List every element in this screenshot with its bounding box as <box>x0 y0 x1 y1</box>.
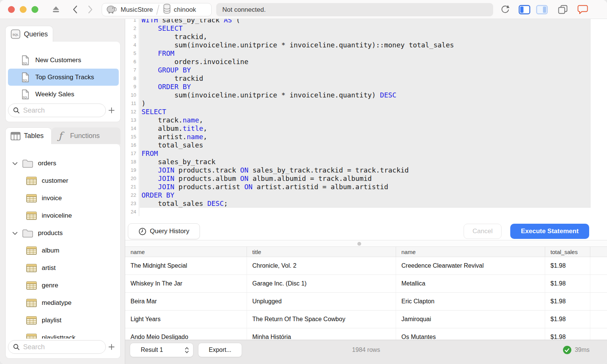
schema-tree: orders customer invoice <box>6 155 120 347</box>
table-cell: Metallica <box>396 275 545 292</box>
back-button[interactable] <box>71 0 80 19</box>
query-name: New Customers <box>35 56 81 64</box>
schema-folder-name: products <box>38 229 63 237</box>
schema-table-row[interactable]: mediatype <box>6 294 120 312</box>
svg-text:SQL: SQL <box>13 33 19 36</box>
table-cell: Os Mutantes <box>396 328 545 340</box>
breadcrumb-separator-icon <box>155 4 160 16</box>
results-column-header[interactable]: name <box>125 247 247 257</box>
query-list-item[interactable]: SQL Top Grossing Tracks <box>8 69 119 86</box>
sidebar: SQL Queries SQL New Customers SQL Top Gr… <box>0 19 125 364</box>
feedback-bubble-icon[interactable] <box>577 0 589 19</box>
minimize-window-button[interactable] <box>20 6 27 13</box>
sql-file-icon: SQL <box>22 89 29 99</box>
results-column-header[interactable]: title <box>247 247 396 257</box>
table-row[interactable]: Whiskey In The JarGarage Inc. (Disc 1)Me… <box>125 275 607 293</box>
stepper-chevrons-icon <box>184 346 189 354</box>
breadcrumb-database-label: chinook <box>174 6 196 14</box>
execute-statement-button[interactable]: Execute Statement <box>510 224 589 239</box>
table-icon <box>26 246 37 255</box>
add-table-button[interactable] <box>106 340 117 354</box>
sql-editor[interactable]: 123456789101112131415161718192021222324 … <box>125 0 607 222</box>
table-row[interactable]: The Midnight SpecialChronicle, Vol. 2Cre… <box>125 257 607 275</box>
forward-button[interactable] <box>86 0 95 19</box>
chevron-down-icon <box>13 162 17 165</box>
svg-text:SQL: SQL <box>23 78 28 82</box>
query-list-item[interactable]: SQL New Customers <box>8 52 119 69</box>
table-row[interactable]: Beira MarUnpluggedEric Clapton$1.98 <box>125 293 607 311</box>
query-name: Weekly Sales <box>35 91 74 98</box>
schema-table-name: genre <box>42 282 58 289</box>
query-list: SQL New Customers SQL Top Grossing Track… <box>8 52 119 103</box>
svg-text:SQL: SQL <box>23 96 28 99</box>
search-icon <box>13 107 20 114</box>
result-selector[interactable]: Result 1 <box>130 343 193 357</box>
table-icon <box>26 316 37 325</box>
tab-functions-label: Functions <box>70 132 100 140</box>
tab-tables[interactable]: Tables <box>5 127 52 144</box>
queries-search-placeholder: Search <box>23 107 45 115</box>
schema-search-input[interactable]: Search <box>8 340 106 354</box>
sql-code-area[interactable]: WITH sales_by_track AS ( SELECT trackid,… <box>140 16 607 216</box>
schema-table-row[interactable]: genre <box>6 277 120 294</box>
windows-button[interactable] <box>557 0 568 19</box>
table-row[interactable]: Ando Meio DesligadoMinha HistóriaOs Muta… <box>125 328 607 340</box>
schema-table-row[interactable]: customer <box>6 172 120 190</box>
table-cell: Ando Meio Desligado <box>125 328 247 340</box>
connection-status: Not connected. <box>216 3 493 16</box>
breadcrumb-database[interactable]: chinook <box>163 3 196 16</box>
table-cell <box>590 257 607 275</box>
zoom-window-button[interactable] <box>31 6 38 13</box>
toggle-right-sidebar-button[interactable] <box>536 0 548 19</box>
query-history-button[interactable]: Query History <box>128 223 200 239</box>
table-icon <box>26 264 37 272</box>
plus-icon <box>108 107 115 114</box>
sql-badge-icon: SQL <box>11 29 20 39</box>
plus-icon <box>108 344 115 350</box>
editor-action-row: Query History Cancel Execute Statement <box>125 222 607 240</box>
splitter-handle-icon[interactable] <box>357 242 361 246</box>
schema-table-row[interactable]: album <box>6 242 120 259</box>
add-query-button[interactable] <box>106 104 117 117</box>
queries-search-input[interactable]: Search <box>8 104 106 117</box>
schema-folder-row[interactable]: products <box>6 224 120 242</box>
query-list-item[interactable]: SQL Weekly Sales <box>8 86 119 103</box>
table-cell <box>590 293 607 310</box>
close-window-button[interactable] <box>8 6 15 13</box>
cancel-button[interactable]: Cancel <box>464 224 502 239</box>
tab-functions[interactable]: ƒ Functions <box>52 127 121 144</box>
chevron-down-icon <box>13 232 17 235</box>
refresh-button[interactable] <box>499 0 511 19</box>
tab-queries[interactable]: SQL Queries <box>5 26 53 42</box>
table-row[interactable]: Light YearsThe Return Of The Space Cowbo… <box>125 311 607 328</box>
schema-table-name: artist <box>42 264 56 272</box>
results-column-header[interactable] <box>590 247 607 257</box>
schema-table-row[interactable]: playlist <box>6 312 120 329</box>
sql-file-icon: SQL <box>22 55 29 65</box>
execute-statement-label: Execute Statement <box>521 228 579 235</box>
table-icon <box>26 177 37 185</box>
breadcrumb-connection[interactable]: MusicStore <box>106 4 153 16</box>
table-cell <box>590 275 607 292</box>
table-cell: Garage Inc. (Disc 1) <box>247 275 396 292</box>
table-cell: Beira Mar <box>125 293 247 310</box>
export-button[interactable]: Export... <box>198 343 242 357</box>
table-cell: The Return Of The Space Cowboy <box>247 311 396 328</box>
table-cell: Light Years <box>125 311 247 328</box>
schema-table-row[interactable]: invoice <box>6 190 120 207</box>
schema-table-row[interactable]: invoiceline <box>6 207 120 224</box>
results-column-header[interactable]: name <box>396 247 545 257</box>
results-column-header[interactable]: total_sales <box>545 247 590 257</box>
breadcrumb: MusicStore chinook <box>102 3 212 16</box>
cancel-label: Cancel <box>473 228 493 235</box>
eject-icon[interactable] <box>51 0 61 19</box>
schema-table-row[interactable]: artist <box>6 259 120 277</box>
functions-icon: ƒ <box>58 131 62 141</box>
query-history-label: Query History <box>150 228 189 235</box>
table-icon <box>26 194 37 202</box>
schema-table-name: playlist <box>42 317 61 324</box>
schema-table-name: customer <box>42 177 68 185</box>
toggle-left-sidebar-button[interactable] <box>518 0 530 19</box>
schema-folder-row[interactable]: orders <box>6 155 120 172</box>
editor-results-splitter[interactable] <box>125 240 607 246</box>
